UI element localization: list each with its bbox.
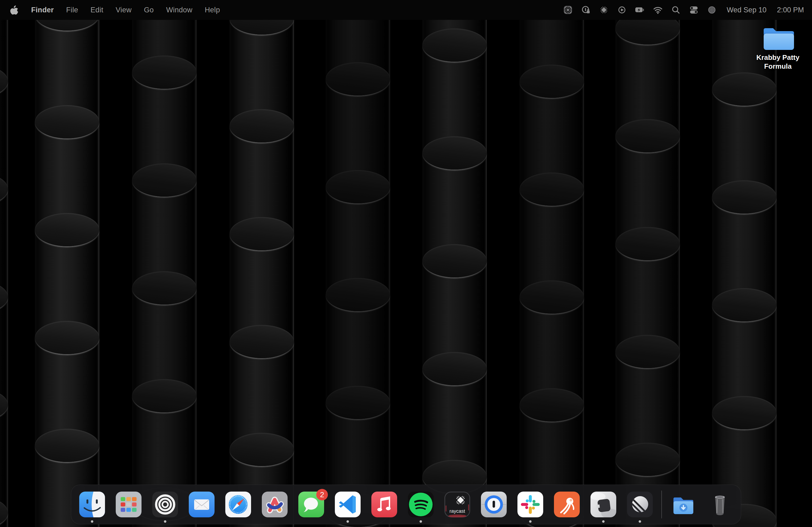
dock-app-safari[interactable] (225, 492, 251, 517)
apple-music-icon (371, 492, 397, 517)
screen-studio-icon (591, 492, 616, 517)
wallpaper-column (615, 0, 680, 527)
spotify-icon (408, 492, 434, 517)
running-indicator (602, 520, 605, 523)
desktop-folder-krabby-patty-formula[interactable]: Krabby Patty Formula (751, 25, 805, 71)
menu-bar: Finder File Edit View Go Window Help (0, 0, 812, 20)
running-indicator (347, 520, 349, 523)
vscode-icon (335, 492, 361, 517)
dock-app-concentric-rings[interactable] (152, 492, 178, 517)
wallpaper-column (422, 0, 487, 527)
arc-browser-icon (262, 492, 288, 517)
linear-icon (627, 492, 653, 517)
wallpaper-column (520, 0, 584, 527)
dock-divider (661, 491, 662, 518)
control-center-menu-icon[interactable] (688, 4, 699, 15)
dock-app-mail[interactable] (189, 492, 215, 517)
running-indicator (639, 520, 641, 523)
now-playing-menu-icon[interactable] (617, 4, 627, 15)
postman-icon (554, 492, 580, 517)
menu-view[interactable]: View (116, 6, 132, 14)
textured-sphere-menu-icon[interactable] (707, 4, 717, 15)
wallpaper-column (35, 0, 99, 527)
dock-folder-downloads[interactable] (670, 492, 696, 517)
menu-file[interactable]: File (66, 6, 78, 14)
wallpaper-column (230, 0, 294, 527)
menu-bar-date[interactable]: Wed Sep 10 (727, 6, 766, 14)
raycast-menu-icon[interactable] (598, 4, 609, 15)
menu-window[interactable]: Window (166, 6, 192, 14)
running-indicator (529, 520, 532, 523)
menu-finder[interactable]: Finder (31, 6, 54, 14)
menu-bar-status-area: Wed Sep 10 2:00 PM (563, 4, 804, 15)
raycast-icon: raycast (445, 492, 470, 517)
messages-badge: 2 (316, 489, 328, 500)
menu-bar-clock[interactable]: 2:00 PM (777, 6, 804, 14)
dock-app-finder[interactable] (79, 492, 105, 517)
wallpaper (0, 0, 812, 527)
dock-app-spotify[interactable] (408, 492, 434, 517)
running-indicator (164, 520, 166, 523)
dock-app-1password[interactable] (481, 492, 507, 517)
safari-icon (225, 492, 251, 517)
onepassword-menu-icon[interactable] (581, 4, 591, 15)
mail-icon (189, 492, 215, 517)
desktop-folder-label: Krabby Patty Formula (751, 53, 805, 71)
menu-bar-left: Finder File Edit View Go Window Help (10, 5, 220, 15)
menu-go[interactable]: Go (144, 6, 154, 14)
1password-icon (481, 492, 507, 517)
dock-app-arc-browser[interactable] (262, 492, 288, 517)
wallpaper-column (132, 0, 197, 527)
apple-logo-icon (10, 5, 19, 15)
running-indicator (91, 520, 93, 523)
folder-icon (761, 25, 795, 51)
concentric-rings-icon (152, 492, 178, 517)
dock-app-vscode[interactable] (335, 492, 361, 517)
dock-app-postman[interactable] (554, 492, 580, 517)
raycast-label: raycast (450, 509, 465, 514)
dock-app-screen-studio[interactable] (591, 492, 616, 517)
battery-menu-icon[interactable] (635, 4, 645, 15)
menu-edit[interactable]: Edit (90, 6, 103, 14)
dock: 2 (71, 485, 741, 524)
wifi-menu-icon[interactable] (653, 4, 663, 15)
downloads-folder-icon (670, 492, 696, 517)
spotlight-search-menu-icon[interactable] (670, 4, 681, 15)
sunburst-menu-icon[interactable] (563, 4, 573, 15)
dock-app-linear[interactable] (627, 492, 653, 517)
slack-icon (518, 492, 543, 517)
dock-app-launchpad[interactable] (116, 492, 142, 517)
dock-trash[interactable] (707, 492, 733, 517)
wallpaper-column (326, 0, 390, 527)
dock-app-apple-music[interactable] (371, 492, 397, 517)
trash-icon (707, 492, 733, 517)
dock-app-slack[interactable] (518, 492, 543, 517)
launchpad-icon (116, 492, 142, 517)
apple-menu[interactable] (10, 5, 19, 15)
finder-icon (79, 492, 105, 517)
menu-help[interactable]: Help (205, 6, 220, 14)
wallpaper-column (712, 0, 777, 527)
running-indicator (420, 520, 422, 523)
dock-app-messages[interactable]: 2 (298, 492, 324, 517)
macos-desktop: Finder File Edit View Go Window Help (0, 0, 812, 527)
dock-app-raycast[interactable]: raycast (445, 492, 470, 517)
wallpaper-column (0, 0, 8, 527)
